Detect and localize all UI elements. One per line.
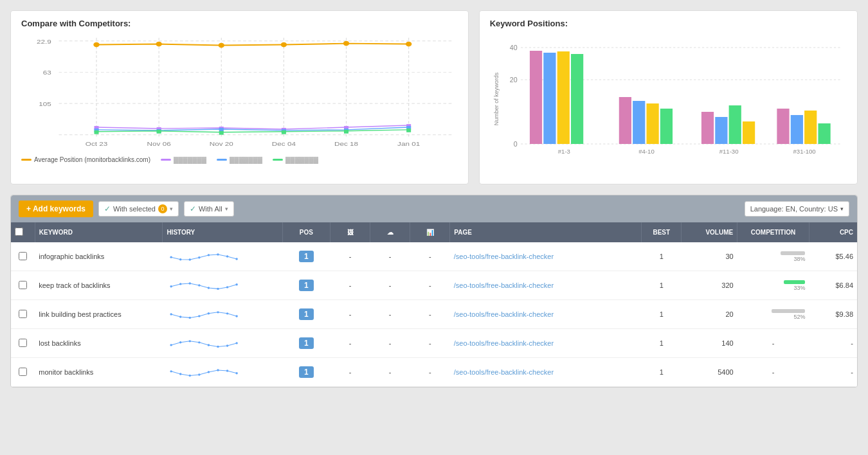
row-checkbox[interactable] xyxy=(19,310,27,318)
svg-rect-67 xyxy=(804,111,817,144)
svg-point-74 xyxy=(208,254,210,256)
selected-count-badge: 0 xyxy=(158,204,167,213)
row-keyword: infographic backlinks xyxy=(35,242,163,271)
sparkline-chart xyxy=(167,333,250,352)
selected-count: 0 xyxy=(161,206,164,212)
line-chart-area: 22.9 63 105 Oct 23 Nov 06 Nov 20 Dec 04 xyxy=(21,35,458,176)
row-col5: - xyxy=(370,271,410,300)
svg-point-22 xyxy=(281,42,287,48)
row-pos: 1 xyxy=(282,329,330,358)
svg-point-101 xyxy=(235,342,237,344)
with-selected-label: With selected xyxy=(113,205,156,213)
row-history xyxy=(163,329,282,358)
svg-point-94 xyxy=(170,344,172,346)
row-checkbox-cell xyxy=(11,242,35,271)
row-page: /seo-tools/free-backlink-checker xyxy=(450,329,642,358)
svg-rect-57 xyxy=(646,103,658,144)
main-container: Compare with Competitors: 22.9 63 105 xyxy=(0,0,868,398)
competition-label: 33% xyxy=(793,285,805,291)
row-cpc: - xyxy=(809,329,857,358)
competition-label: 38% xyxy=(793,256,805,262)
row-page: /seo-tools/free-backlink-checker xyxy=(450,300,642,329)
add-keywords-button[interactable]: + Add keywords xyxy=(19,201,93,217)
pos-badge: 1 xyxy=(299,308,314,320)
row-col5: - xyxy=(370,242,410,271)
svg-rect-62 xyxy=(728,105,741,144)
row-page-link[interactable]: /seo-tools/free-backlink-checker xyxy=(454,339,554,347)
row-checkbox[interactable] xyxy=(19,281,27,289)
row-checkbox[interactable] xyxy=(19,339,27,347)
header-cpc: CPC xyxy=(809,222,857,242)
svg-point-71 xyxy=(179,258,181,260)
keywords-table: KEYWORD HISTORY POS 🖼 ☁ 📊 PAGE BEST VOLU… xyxy=(11,222,857,387)
header-history: HISTORY xyxy=(163,222,282,242)
row-competition: 38% xyxy=(737,242,809,271)
col4-icon: 🖼 xyxy=(347,229,354,236)
svg-point-108 xyxy=(226,370,228,371)
with-selected-button[interactable]: ✓ With selected 0 ▾ xyxy=(98,201,179,217)
svg-point-98 xyxy=(208,344,210,346)
svg-point-21 xyxy=(219,43,224,48)
legend-item-green: ▓▓▓▓▓▓▓ xyxy=(273,156,318,163)
svg-point-90 xyxy=(208,312,210,314)
row-col6: - xyxy=(410,242,450,271)
svg-rect-38 xyxy=(157,130,161,134)
add-keywords-label: + Add keywords xyxy=(26,204,86,213)
svg-text:22.9: 22.9 xyxy=(37,38,51,45)
svg-rect-50 xyxy=(530,51,542,144)
language-select[interactable]: Language: EN, Country: US ▾ xyxy=(745,201,849,217)
svg-rect-55 xyxy=(619,97,631,144)
row-keyword: lost backlinks xyxy=(35,329,163,358)
svg-point-73 xyxy=(198,256,200,258)
row-page-link[interactable]: /seo-tools/free-backlink-checker xyxy=(454,281,554,289)
header-volume: VOLUME xyxy=(682,222,737,242)
pos-badge: 1 xyxy=(299,366,314,378)
table-header: KEYWORD HISTORY POS 🖼 ☁ 📊 PAGE BEST VOLU… xyxy=(11,222,857,242)
legend-item-purple: ▓▓▓▓▓▓▓ xyxy=(161,156,206,163)
legend-label-purple: ▓▓▓▓▓▓▓ xyxy=(174,156,206,163)
row-col5: - xyxy=(370,329,410,358)
row-page-link[interactable]: /seo-tools/free-backlink-checker xyxy=(454,368,554,376)
row-keyword: monitor backlinks xyxy=(35,358,163,387)
svg-point-96 xyxy=(188,340,190,342)
svg-text:Jan 01: Jan 01 xyxy=(397,140,420,147)
row-pos: 1 xyxy=(282,242,330,271)
row-page: /seo-tools/free-backlink-checker xyxy=(450,271,642,300)
svg-point-92 xyxy=(226,312,228,314)
svg-point-82 xyxy=(208,287,210,289)
row-checkbox[interactable] xyxy=(19,252,27,260)
svg-rect-60 xyxy=(701,112,714,144)
row-cpc: $5.46 xyxy=(809,242,857,271)
table-body: infographic backlinks 1 - - - /seo-tools… xyxy=(11,242,857,387)
row-keyword: link building best practices xyxy=(35,300,163,329)
svg-point-20 xyxy=(156,42,161,47)
row-checkbox[interactable] xyxy=(19,368,27,376)
svg-point-24 xyxy=(406,42,411,47)
competition-bar-container: 33% xyxy=(741,280,806,291)
svg-rect-52 xyxy=(557,51,569,144)
svg-point-88 xyxy=(188,317,190,319)
svg-point-75 xyxy=(217,253,219,255)
row-best: 1 xyxy=(642,271,682,300)
svg-text:#1-3: #1-3 xyxy=(557,148,570,155)
header-pos: POS xyxy=(282,222,330,242)
with-all-button[interactable]: ✓ With All ▾ xyxy=(184,201,234,217)
svg-point-106 xyxy=(208,371,210,373)
sparkline-chart xyxy=(167,246,250,265)
row-cpc: - xyxy=(809,358,857,387)
row-page-link[interactable]: /seo-tools/free-backlink-checker xyxy=(454,310,554,318)
select-all-checkbox[interactable] xyxy=(15,228,23,236)
svg-rect-65 xyxy=(777,109,789,144)
header-competition: COMPETITION xyxy=(737,222,809,242)
header-page: PAGE xyxy=(450,222,642,242)
competition-label: 52% xyxy=(793,314,805,320)
svg-text:40: 40 xyxy=(510,44,518,51)
row-col6: - xyxy=(410,271,450,300)
row-page-link[interactable]: /seo-tools/free-backlink-checker xyxy=(454,253,554,260)
sparkline-chart xyxy=(167,275,250,294)
row-competition: - xyxy=(737,329,809,358)
row-pos: 1 xyxy=(282,300,330,329)
row-cpc: $9.38 xyxy=(809,300,857,329)
charts-row: Compare with Competitors: 22.9 63 105 xyxy=(10,10,858,184)
svg-point-78 xyxy=(170,285,172,287)
